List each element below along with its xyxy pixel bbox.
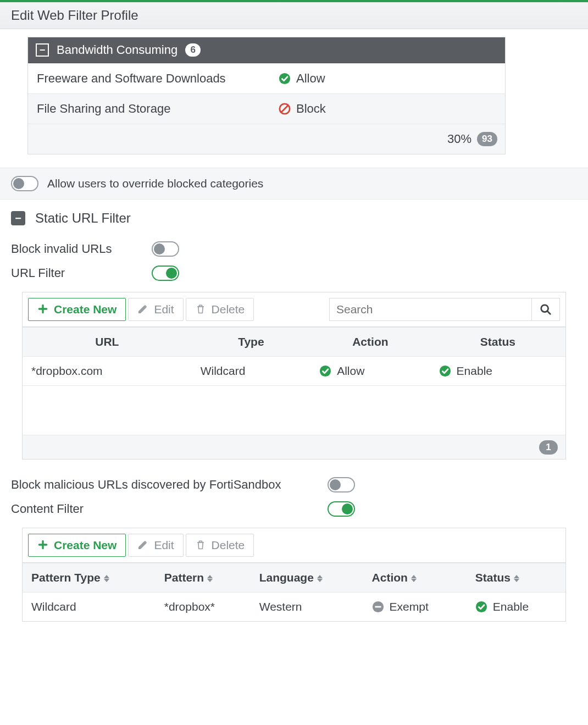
col-pattern-type[interactable]: Pattern Type — [23, 563, 156, 593]
cell-pattern-type: Wildcard — [23, 593, 156, 622]
invalid-url-toggle[interactable] — [152, 241, 179, 257]
category-footer: 30% 93 — [28, 124, 505, 154]
sort-icon — [207, 575, 213, 582]
category-item-action: Allow — [296, 71, 325, 86]
url-filter-table: URL Type Action Status *dropbox.com Wild… — [23, 327, 565, 459]
content-filter-toggle[interactable] — [328, 501, 355, 517]
cell-action: Allow — [310, 357, 430, 386]
category-item-name: File Sharing and Storage — [28, 94, 270, 124]
table-footer: 1 — [23, 435, 565, 460]
collapse-icon: − — [11, 211, 25, 225]
create-new-label: Create New — [54, 303, 117, 316]
category-percent: 30% — [447, 132, 471, 146]
cell-status-text: Enable — [493, 600, 529, 613]
table-empty-row — [23, 386, 565, 435]
sandbox-label: Block malicious URLs discovered by Forti… — [11, 478, 319, 492]
sandbox-toggle[interactable] — [328, 477, 355, 492]
cell-status: Enable — [467, 593, 565, 622]
trash-icon — [195, 303, 207, 316]
category-name: Bandwidth Consuming — [57, 43, 177, 57]
url-filter-toggle[interactable] — [152, 265, 179, 281]
create-new-button[interactable]: Create New — [28, 534, 126, 557]
invalid-url-label: Block invalid URLs — [11, 242, 143, 256]
content-filter-toolbar: Create New Edit Delete — [23, 528, 565, 563]
content-filter-row: Content Filter — [0, 497, 588, 521]
cell-type: Wildcard — [192, 357, 310, 386]
category-percent-badge: 93 — [477, 132, 497, 146]
delete-label: Delete — [212, 539, 245, 552]
create-new-button[interactable]: Create New — [28, 298, 126, 321]
sort-icon — [411, 575, 417, 582]
url-filter-panel: Create New Edit Delete URL Type — [22, 292, 566, 460]
col-language[interactable]: Language — [251, 563, 363, 593]
url-filter-row: URL Filter — [0, 261, 588, 285]
category-card: − Bandwidth Consuming 6 Freeware and Sof… — [27, 37, 506, 154]
create-new-label: Create New — [54, 539, 117, 552]
table-row[interactable]: *dropbox.com Wildcard Allow Enable — [23, 357, 565, 386]
override-row: Allow users to override blocked categori… — [0, 168, 588, 200]
delete-label: Delete — [212, 303, 245, 316]
edit-button[interactable]: Edit — [128, 298, 183, 321]
edit-label: Edit — [154, 539, 174, 552]
url-filter-count-badge: 1 — [539, 440, 558, 455]
content-filter-table: Pattern Type Pattern Language Action Sta… — [23, 563, 565, 621]
col-pattern[interactable]: Pattern — [156, 563, 251, 593]
cell-url: *dropbox.com — [23, 357, 192, 386]
cell-action-text: Allow — [337, 364, 364, 378]
category-item-action: Block — [296, 102, 326, 116]
plus-icon — [37, 539, 49, 551]
cell-status: Enable — [430, 357, 565, 386]
search-button[interactable] — [531, 298, 559, 320]
allow-icon — [319, 365, 331, 377]
override-label: Allow users to override blocked categori… — [47, 177, 263, 190]
cell-status-text: Enable — [457, 364, 492, 378]
col-action[interactable]: Action — [310, 328, 430, 357]
col-type[interactable]: Type — [192, 328, 310, 357]
invalid-url-row: Block invalid URLs — [0, 237, 588, 261]
category-item-name: Freeware and Software Downloads — [28, 64, 270, 93]
allow-icon — [439, 365, 451, 377]
pencil-icon — [137, 539, 149, 551]
col-action[interactable]: Action — [363, 563, 467, 593]
delete-button[interactable]: Delete — [186, 298, 254, 321]
url-filter-label: URL Filter — [11, 266, 143, 280]
allow-icon — [475, 601, 487, 613]
col-status[interactable]: Status — [430, 328, 565, 357]
cell-pattern: *dropbox* — [156, 593, 251, 622]
section-static-label: Static URL Filter — [35, 211, 131, 226]
section-static-title[interactable]: − Static URL Filter — [0, 200, 588, 237]
col-status[interactable]: Status — [467, 563, 565, 593]
category-header[interactable]: − Bandwidth Consuming 6 — [28, 37, 505, 63]
sort-icon — [104, 575, 109, 582]
edit-button[interactable]: Edit — [128, 534, 183, 557]
plus-icon — [37, 303, 49, 316]
sort-icon — [514, 575, 519, 582]
sort-icon — [317, 575, 323, 582]
category-item[interactable]: Freeware and Software Downloads Allow — [28, 63, 505, 93]
cell-action: Exempt — [363, 593, 467, 622]
search-icon — [540, 303, 552, 316]
content-filter-panel: Create New Edit Delete Pattern Type Patt… — [22, 528, 566, 622]
pencil-icon — [137, 303, 149, 316]
sandbox-row: Block malicious URLs discovered by Forti… — [0, 473, 588, 497]
table-row[interactable]: Wildcard *dropbox* Western Exempt Enable — [23, 593, 565, 622]
block-icon — [279, 103, 291, 115]
allow-icon — [279, 73, 291, 85]
category-item[interactable]: File Sharing and Storage Block — [28, 93, 505, 124]
delete-button[interactable]: Delete — [186, 534, 254, 557]
col-url[interactable]: URL — [23, 328, 192, 357]
override-toggle[interactable] — [11, 176, 38, 191]
search-wrap — [329, 298, 560, 321]
content-filter-label: Content Filter — [11, 502, 319, 516]
edit-label: Edit — [154, 303, 174, 316]
url-filter-toolbar: Create New Edit Delete — [23, 292, 565, 327]
search-input[interactable] — [330, 298, 531, 320]
cell-action-text: Exempt — [390, 600, 429, 613]
trash-icon — [195, 539, 207, 551]
page-title: Edit Web Filter Profile — [0, 2, 588, 29]
collapse-icon: − — [36, 43, 49, 57]
exempt-icon — [372, 601, 384, 613]
category-count-badge: 6 — [185, 43, 201, 57]
cell-language: Western — [251, 593, 363, 622]
